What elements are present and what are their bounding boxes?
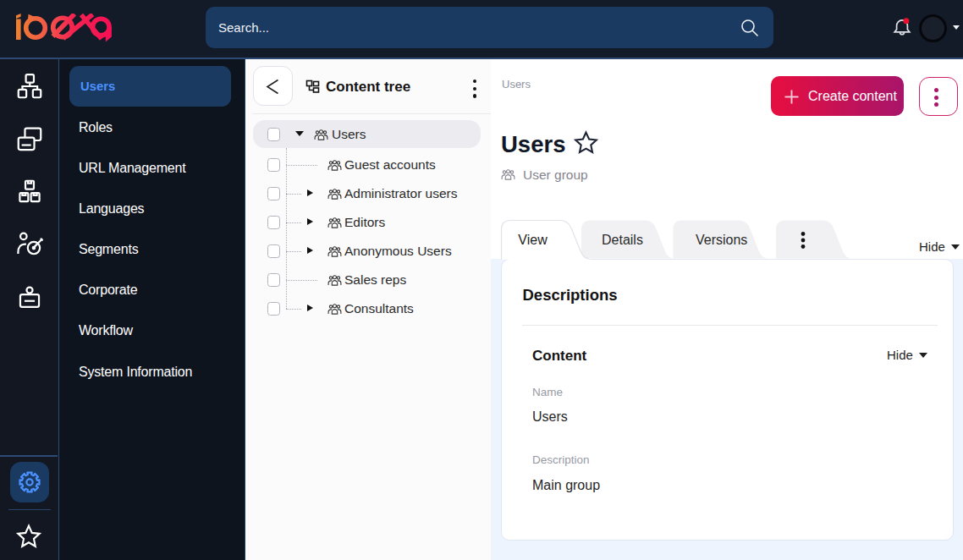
svg-text:View: View — [518, 233, 548, 247]
svg-text:Versions: Versions — [696, 233, 747, 247]
svg-text:Details: Details — [602, 233, 643, 247]
